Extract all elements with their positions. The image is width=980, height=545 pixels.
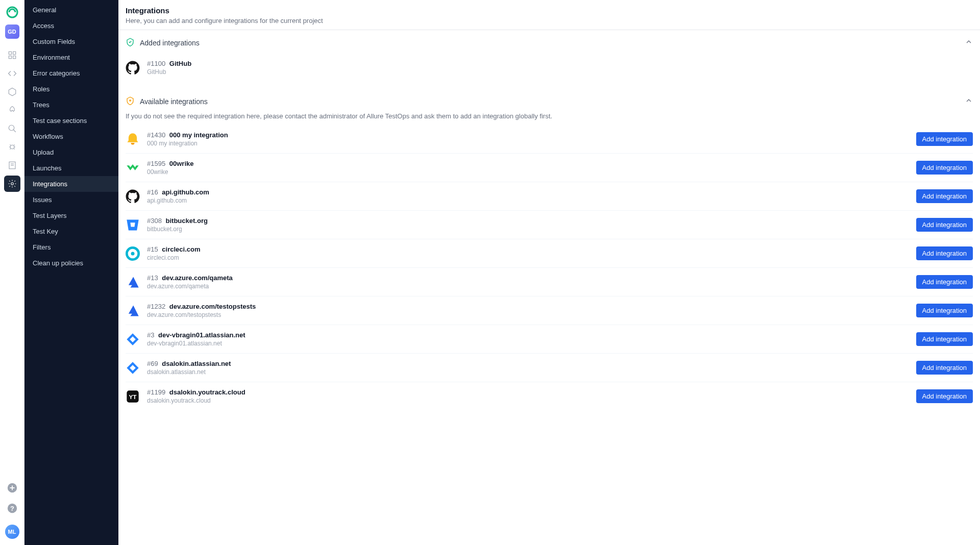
integration-subtitle: dev-vbragin01.atlassian.net <box>147 340 909 347</box>
integration-subtitle: dev.azure.com/qameta <box>147 283 909 290</box>
help-icon[interactable] <box>4 500 20 516</box>
integration-title: #1232 dev.azure.com/testopstests <box>147 303 909 310</box>
sidebar-item-environment[interactable]: Environment <box>24 49 118 65</box>
integration-row: #1430 000 my integration000 my integrati… <box>126 125 973 154</box>
page-header: Integrations Here, you can add and confi… <box>118 0 980 30</box>
integration-subtitle: bitbucket.org <box>147 226 909 233</box>
nav-reports-icon[interactable] <box>4 157 20 174</box>
add-integration-button[interactable]: Add integration <box>916 389 973 403</box>
add-integration-button[interactable]: Add integration <box>916 161 973 175</box>
settings-sidebar: GeneralAccessCustom FieldsEnvironmentErr… <box>24 0 118 545</box>
sidebar-item-access[interactable]: Access <box>24 18 118 34</box>
nav-testplans-icon[interactable] <box>4 84 20 100</box>
add-button-icon[interactable] <box>4 480 20 496</box>
integration-title: #1430 000 my integration <box>147 131 909 139</box>
integration-row[interactable]: #1100 GitHubGitHub <box>126 54 973 82</box>
azure-icon <box>126 304 140 318</box>
add-integration-button[interactable]: Add integration <box>916 246 973 260</box>
integration-row: #3 dev-vbragin01.atlassian.netdev-vbragi… <box>126 325 973 354</box>
nav-analytics-icon[interactable] <box>4 120 20 137</box>
sidebar-item-error-categories[interactable]: Error categories <box>24 65 118 81</box>
sidebar-item-workflows[interactable]: Workflows <box>24 129 118 144</box>
bitbucket-icon <box>126 218 140 232</box>
sidebar-item-trees[interactable]: Trees <box>24 97 118 113</box>
integration-row: #1199 dsalokin.youtrack.clouddsalokin.yo… <box>126 382 973 410</box>
integration-row: #13 dev.azure.com/qametadev.azure.com/qa… <box>126 268 973 296</box>
integration-row: #1232 dev.azure.com/testopstestsdev.azur… <box>126 296 973 325</box>
integration-row: #15 circleci.comcircleci.comAdd integrat… <box>126 239 973 268</box>
integration-title: #3 dev-vbragin01.atlassian.net <box>147 331 909 339</box>
sidebar-item-custom-fields[interactable]: Custom Fields <box>24 34 118 49</box>
github-icon <box>126 61 140 75</box>
integration-row: #308 bitbucket.orgbitbucket.orgAdd integ… <box>126 211 973 239</box>
page-title: Integrations <box>126 6 973 15</box>
added-section-title: Added integrations <box>140 39 960 47</box>
integration-subtitle: dsalokin.youtrack.cloud <box>147 397 909 404</box>
integration-title: #308 bitbucket.org <box>147 217 909 225</box>
sidebar-item-test-case-sections[interactable]: Test case sections <box>24 113 118 129</box>
available-section-desc: If you do not see the required integrati… <box>126 112 973 120</box>
nav-dashboard-icon[interactable] <box>4 47 20 63</box>
integration-subtitle: dev.azure.com/testopstests <box>147 311 909 318</box>
integration-subtitle: 00wrike <box>147 168 909 176</box>
available-section-icon <box>126 96 135 107</box>
main-content: Integrations Here, you can add and confi… <box>118 0 980 545</box>
integration-subtitle: dsalokin.atlassian.net <box>147 368 909 376</box>
icon-rail: GD ML <box>0 0 24 545</box>
chevron-up-icon[interactable] <box>965 38 973 48</box>
add-integration-button[interactable]: Add integration <box>916 132 973 146</box>
bell-icon <box>126 132 140 146</box>
integration-row: #69 dsalokin.atlassian.netdsalokin.atlas… <box>126 354 973 382</box>
youtrack-icon <box>126 389 140 404</box>
sidebar-item-roles[interactable]: Roles <box>24 81 118 97</box>
user-avatar[interactable]: ML <box>5 525 19 539</box>
add-integration-button[interactable]: Add integration <box>916 332 973 346</box>
sidebar-item-issues[interactable]: Issues <box>24 192 118 208</box>
add-integration-button[interactable]: Add integration <box>916 189 973 203</box>
sidebar-item-integrations[interactable]: Integrations <box>24 176 118 192</box>
integration-title: #16 api.github.com <box>147 188 909 196</box>
nav-settings-icon[interactable] <box>4 176 20 192</box>
project-badge[interactable]: GD <box>5 24 19 39</box>
integration-row: #16 api.github.comapi.github.comAdd inte… <box>126 182 973 211</box>
jira-icon <box>126 332 140 346</box>
integration-subtitle: api.github.com <box>147 197 909 204</box>
add-integration-button[interactable]: Add integration <box>916 275 973 289</box>
sidebar-item-launches[interactable]: Launches <box>24 160 118 176</box>
integration-row: #1595 00wrike00wrikeAdd integration <box>126 154 973 182</box>
integration-title: #1595 00wrike <box>147 160 909 167</box>
sidebar-item-upload[interactable]: Upload <box>24 144 118 160</box>
sidebar-item-filters[interactable]: Filters <box>24 239 118 255</box>
integration-subtitle: 000 my integration <box>147 140 909 147</box>
add-integration-button[interactable]: Add integration <box>916 218 973 232</box>
azure-icon <box>126 275 140 289</box>
chevron-up-icon[interactable] <box>965 96 973 107</box>
sidebar-item-test-key[interactable]: Test Key <box>24 224 118 239</box>
github-icon <box>126 189 140 204</box>
sidebar-item-test-layers[interactable]: Test Layers <box>24 208 118 224</box>
available-section-title: Available integrations <box>140 97 960 106</box>
available-integrations-section: Available integrations If you do not see… <box>118 89 980 417</box>
app-logo-icon[interactable] <box>5 5 19 19</box>
nav-testcases-icon[interactable] <box>4 65 20 82</box>
added-integrations-section: Added integrations #1100 GitHubGitHub <box>118 30 980 89</box>
integration-subtitle: circleci.com <box>147 254 909 261</box>
integration-title: #1100 GitHub <box>147 60 973 67</box>
circleci-icon <box>126 246 140 261</box>
integration-title: #1199 dsalokin.youtrack.cloud <box>147 388 909 396</box>
integration-title: #69 dsalokin.atlassian.net <box>147 360 909 367</box>
sidebar-item-general[interactable]: General <box>24 2 118 18</box>
added-section-icon <box>126 37 135 48</box>
jira-icon <box>126 361 140 375</box>
sidebar-item-clean-up-policies[interactable]: Clean up policies <box>24 255 118 271</box>
nav-launches-icon[interactable] <box>4 102 20 118</box>
integration-subtitle: GitHub <box>147 68 973 76</box>
integration-title: #13 dev.azure.com/qameta <box>147 274 909 282</box>
add-integration-button[interactable]: Add integration <box>916 304 973 317</box>
integration-title: #15 circleci.com <box>147 245 909 253</box>
wrike-icon <box>126 161 140 175</box>
page-subtitle: Here, you can add and configure integrat… <box>126 17 973 24</box>
add-integration-button[interactable]: Add integration <box>916 361 973 375</box>
nav-defects-icon[interactable] <box>4 139 20 155</box>
